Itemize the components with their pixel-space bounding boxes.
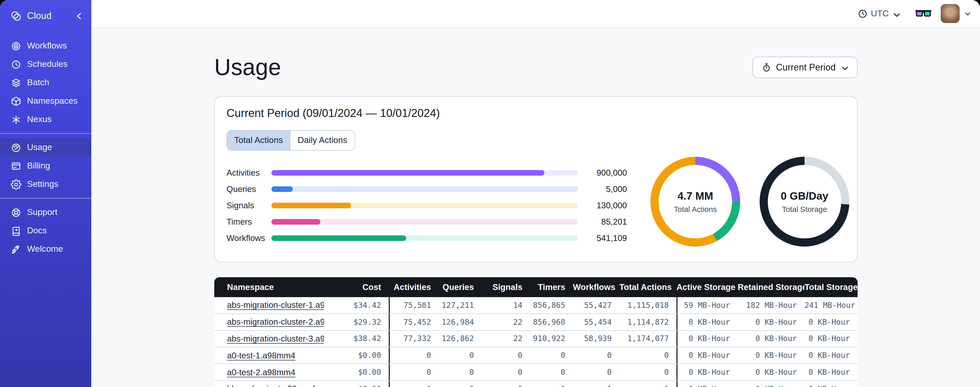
bar-row-workflows: Workflows541,109 (226, 235, 627, 241)
table-body: abs-migration-cluster-1.a98mm4$34.4275,5… (214, 297, 858, 387)
tab-daily-actions[interactable]: Daily Actions (290, 131, 355, 150)
namespace-link[interactable]: abs-migration-cluster-1.a98mm4 (227, 301, 324, 310)
donut-label: Total Actions (674, 205, 717, 213)
sidebar-item-welcome[interactable]: Welcome (0, 240, 91, 258)
signals-cell: 22 (482, 334, 530, 343)
column-header-queries: Queries (439, 282, 482, 292)
bar-value: 85,201 (578, 217, 627, 227)
timers-cell: 0 (530, 351, 573, 360)
temporal-logo-icon (10, 10, 22, 22)
namespace-link[interactable]: abs-migration-cluster-3.a98mm4 (227, 334, 324, 343)
sidebar-item-support[interactable]: Support (0, 203, 91, 222)
active_storage-cell: 0 KB-Hour (676, 314, 738, 330)
total_storage-cell: 0 KB-Hour (805, 334, 858, 343)
activities-cell: 0 (389, 381, 439, 387)
sidebar-item-workflows[interactable]: Workflows (0, 37, 91, 55)
bar-row-timers: Timers85,201 (226, 219, 627, 225)
user-menu-chevron-icon[interactable] (964, 10, 972, 18)
signals-cell: 0 (482, 384, 530, 387)
sidebar-item-label: Docs (27, 225, 47, 236)
bar-track (271, 235, 578, 241)
namespace-link[interactable]: a0-test-1.a98mm4 (227, 351, 295, 360)
sidebar-item-docs[interactable]: Docs (0, 222, 91, 240)
chevron-down-icon (840, 63, 848, 72)
sidebar-collapse-icon[interactable] (73, 10, 85, 22)
namespace-link[interactable]: a0-test-2.a98mm4 (227, 367, 295, 377)
bar-label: Queries (226, 184, 271, 194)
total_storage-cell: 0 KB-Hour (805, 351, 858, 360)
activities-cell: 0 (389, 364, 439, 381)
table-row: bk-worker-test.a98mm4$0.000000110 KB-Hou… (214, 381, 858, 387)
column-header-cost: Cost (324, 282, 389, 292)
usage-summary-card: Current Period (09/01/2024 — 10/01/2024)… (214, 96, 858, 262)
queries-cell: 0 (439, 384, 482, 387)
namespace-cell: a0-test-1.a98mm4 (214, 351, 324, 360)
sidebar-item-label: Settings (27, 179, 59, 189)
cost-cell: $0.00 (324, 384, 389, 387)
avatar[interactable] (941, 4, 959, 23)
sidebar-item-billing[interactable]: Billing (0, 157, 91, 175)
bar-label: Activities (226, 168, 271, 178)
topbar: UTC (91, 0, 980, 27)
sidebar-item-label: Batch (27, 78, 49, 88)
cost-cell: $0.00 (324, 351, 389, 360)
total_actions-cell: 1,114,872 (619, 317, 676, 326)
labs-glasses-button[interactable] (915, 8, 932, 19)
namespaces-icon (11, 96, 21, 106)
active_storage-cell: 0 KB-Hour (676, 364, 738, 381)
actions-tab-group: Total ActionsDaily Actions (226, 130, 355, 150)
stopwatch-icon (762, 62, 772, 72)
retained_storage-cell: 0 KB-Hour (738, 351, 805, 360)
table-row: abs-migration-cluster-2.a98mm4$29.3275,4… (214, 314, 858, 331)
column-header-workflows: Workflows (573, 282, 619, 292)
active_storage-cell: 0 KB-Hour (676, 381, 738, 387)
namespace-link[interactable]: bk-worker-test.a98mm4 (227, 384, 315, 387)
actions-bar-chart: Activities900,000Queries5,000Signals130,… (226, 170, 627, 246)
bar-label: Signals (226, 201, 271, 210)
signals-cell: 14 (482, 301, 530, 310)
tab-total-actions[interactable]: Total Actions (227, 131, 290, 150)
donut-label: Total Storage (782, 205, 827, 213)
activities-cell: 75,452 (389, 314, 439, 330)
usage-icon (11, 142, 21, 153)
cost-cell: $0.00 (324, 368, 389, 377)
activities-cell: 0 (389, 347, 439, 364)
support-icon (11, 207, 21, 218)
bar-track (271, 170, 578, 176)
sidebar-divider (0, 198, 91, 198)
billing-icon (11, 161, 21, 171)
clock-icon (858, 8, 868, 19)
bar-label: Workflows (226, 233, 271, 243)
activities-cell: 77,332 (389, 331, 439, 347)
sidebar-item-schedules[interactable]: Schedules (0, 55, 91, 74)
total_storage-cell: 0 KB-Hour (805, 317, 858, 326)
brand: Cloud (0, 0, 91, 29)
column-header-active-storage: Active Storage (676, 282, 738, 292)
donut-total-actions: 4.7 MMTotal Actions (651, 157, 740, 246)
donut-value: 0 GB/Day (781, 190, 829, 202)
retained_storage-cell: 0 KB-Hour (738, 334, 805, 343)
total_actions-cell: 0 (619, 368, 676, 377)
namespace-link[interactable]: abs-migration-cluster-2.a98mm4 (227, 317, 324, 326)
sidebar-item-batch[interactable]: Batch (0, 74, 91, 92)
brand-label: Cloud (27, 10, 68, 21)
donut-total-storage: 0 GB/DayTotal Storage (760, 157, 850, 246)
bar-fill (271, 186, 293, 192)
period-select-button[interactable]: Current Period (752, 57, 858, 78)
bar-value: 900,000 (578, 168, 627, 178)
sidebar-item-settings[interactable]: Settings (0, 175, 91, 194)
timezone-dropdown[interactable]: UTC (858, 8, 900, 19)
main-content: Usage Current Period (91, 27, 980, 387)
sidebar-item-usage[interactable]: Usage (0, 138, 91, 157)
cost-cell: $34.42 (324, 301, 389, 310)
sidebar-item-label: Billing (27, 161, 50, 171)
cost-cell: $29.32 (324, 317, 389, 326)
period-select-label: Current Period (776, 62, 836, 73)
sidebar: Cloud WorkflowsSchedulesBatchNamespacesN… (0, 0, 91, 387)
sidebar-item-nexus[interactable]: Nexus (0, 110, 91, 129)
signals-cell: 0 (482, 351, 530, 360)
sidebar-item-namespaces[interactable]: Namespaces (0, 92, 91, 110)
column-header-activities: Activities (389, 282, 439, 292)
retained_storage-cell: 0 KB-Hour (738, 317, 805, 326)
donut-value: 4.7 MM (678, 190, 713, 202)
